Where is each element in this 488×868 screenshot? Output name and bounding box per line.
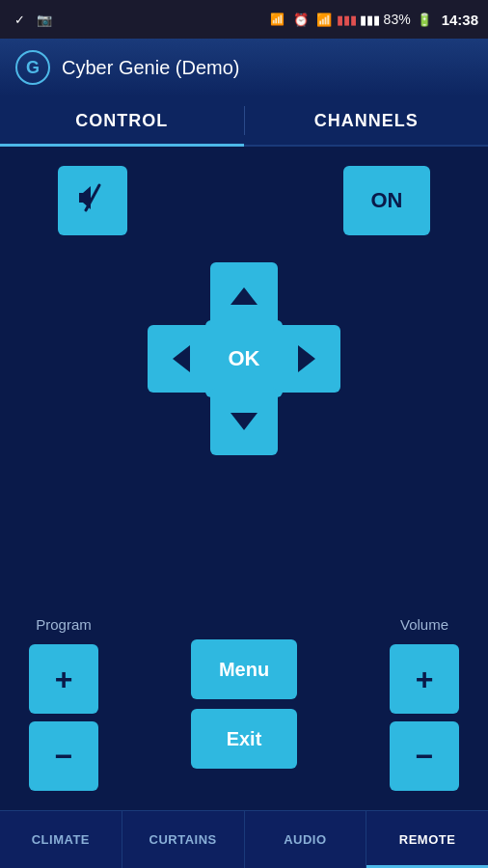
- battery-icon: 🔋: [415, 10, 434, 29]
- status-left-icons: ✓ 📷: [10, 10, 54, 29]
- volume-minus-button[interactable]: −: [390, 721, 459, 791]
- bluetooth-icon: 📶: [268, 10, 287, 29]
- tab-bar: CONTROL CHANNELS: [0, 96, 488, 147]
- controls-row: Program + − Menu Exit Volume + −: [0, 616, 488, 791]
- signal-icon: ▮▮▮: [338, 10, 357, 29]
- camera-icon: 📷: [35, 10, 54, 29]
- wifi-icon: 📶: [314, 10, 334, 29]
- chevron-up-icon: [230, 287, 258, 305]
- program-plus-button[interactable]: +: [29, 644, 98, 714]
- clock: 14:38: [442, 12, 478, 28]
- menu-button[interactable]: Menu: [191, 639, 297, 699]
- app-header: G Cyber Genie (Demo): [0, 39, 488, 96]
- tab-channels[interactable]: CHANNELS: [245, 96, 489, 145]
- nav-item-remote[interactable]: REMOTE: [366, 811, 488, 868]
- main-content: ON OK Program + −: [0, 147, 488, 810]
- volume-group: Volume + −: [390, 616, 459, 791]
- volume-plus-button[interactable]: +: [390, 644, 459, 714]
- exit-button[interactable]: Exit: [191, 709, 297, 769]
- dpad-ok-button[interactable]: OK: [205, 320, 283, 397]
- program-group: Program + −: [29, 616, 98, 791]
- dpad: OK: [148, 262, 340, 455]
- battery-percentage: 83%: [384, 12, 411, 27]
- chevron-right-icon: [298, 345, 315, 372]
- program-label: Program: [36, 616, 92, 633]
- chevron-down-icon: [230, 413, 258, 430]
- bottom-nav: CLIMATE CURTAINS AUDIO REMOTE: [0, 810, 488, 868]
- nav-item-audio[interactable]: AUDIO: [245, 811, 367, 868]
- dpad-right-button[interactable]: [273, 325, 340, 393]
- menu-exit-group: Menu Exit: [191, 639, 297, 769]
- app-title: Cyber Genie (Demo): [62, 57, 240, 79]
- chevron-left-icon: [173, 345, 190, 372]
- notification-icon: ✓: [10, 10, 29, 29]
- signal2-icon: ▮▮▮: [361, 10, 380, 29]
- mute-icon: [75, 180, 110, 222]
- program-minus-button[interactable]: −: [29, 721, 98, 791]
- app-logo: G: [15, 50, 50, 85]
- volume-label: Volume: [400, 616, 448, 633]
- nav-item-curtains[interactable]: CURTAINS: [122, 811, 245, 868]
- mute-button[interactable]: [58, 166, 127, 235]
- alarm-icon: ⏰: [291, 10, 311, 29]
- dpad-down-button[interactable]: [210, 388, 278, 455]
- on-button[interactable]: ON: [343, 166, 430, 235]
- tab-control[interactable]: CONTROL: [0, 96, 244, 145]
- status-right-icons: 📶 ⏰ 📶 ▮▮▮ ▮▮▮ 83% 🔋 14:38: [268, 10, 478, 29]
- status-bar: ✓ 📷 📶 ⏰ 📶 ▮▮▮ ▮▮▮ 83% 🔋 14:38: [0, 0, 488, 39]
- nav-item-climate[interactable]: CLIMATE: [0, 811, 122, 868]
